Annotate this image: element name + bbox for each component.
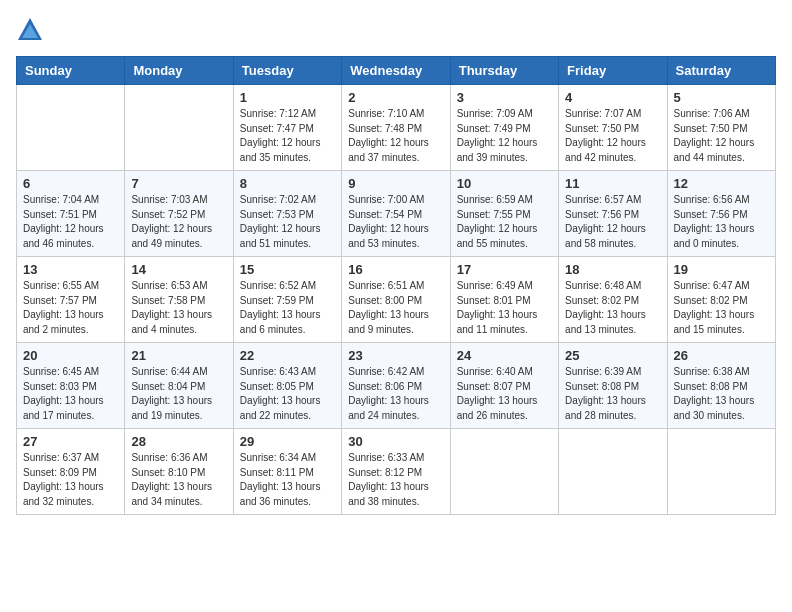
- day-info: Sunrise: 6:55 AM Sunset: 7:57 PM Dayligh…: [23, 280, 104, 335]
- calendar-header-row: SundayMondayTuesdayWednesdayThursdayFrid…: [17, 57, 776, 85]
- day-info: Sunrise: 7:02 AM Sunset: 7:53 PM Dayligh…: [240, 194, 321, 249]
- day-number: 23: [348, 348, 443, 363]
- day-info: Sunrise: 6:34 AM Sunset: 8:11 PM Dayligh…: [240, 452, 321, 507]
- page-header: [16, 16, 776, 44]
- logo: [16, 16, 48, 44]
- day-info: Sunrise: 6:42 AM Sunset: 8:06 PM Dayligh…: [348, 366, 429, 421]
- day-info: Sunrise: 6:36 AM Sunset: 8:10 PM Dayligh…: [131, 452, 212, 507]
- day-info: Sunrise: 7:04 AM Sunset: 7:51 PM Dayligh…: [23, 194, 104, 249]
- calendar-week-5: 27Sunrise: 6:37 AM Sunset: 8:09 PM Dayli…: [17, 429, 776, 515]
- day-number: 14: [131, 262, 226, 277]
- calendar-day-3: 3Sunrise: 7:09 AM Sunset: 7:49 PM Daylig…: [450, 85, 558, 171]
- day-info: Sunrise: 6:56 AM Sunset: 7:56 PM Dayligh…: [674, 194, 755, 249]
- day-number: 16: [348, 262, 443, 277]
- day-number: 1: [240, 90, 335, 105]
- calendar-week-2: 6Sunrise: 7:04 AM Sunset: 7:51 PM Daylig…: [17, 171, 776, 257]
- empty-cell: [450, 429, 558, 515]
- calendar-day-18: 18Sunrise: 6:48 AM Sunset: 8:02 PM Dayli…: [559, 257, 667, 343]
- empty-cell: [559, 429, 667, 515]
- day-header-tuesday: Tuesday: [233, 57, 341, 85]
- day-number: 2: [348, 90, 443, 105]
- calendar-day-30: 30Sunrise: 6:33 AM Sunset: 8:12 PM Dayli…: [342, 429, 450, 515]
- calendar-day-26: 26Sunrise: 6:38 AM Sunset: 8:08 PM Dayli…: [667, 343, 775, 429]
- empty-cell: [125, 85, 233, 171]
- day-info: Sunrise: 6:40 AM Sunset: 8:07 PM Dayligh…: [457, 366, 538, 421]
- day-info: Sunrise: 6:52 AM Sunset: 7:59 PM Dayligh…: [240, 280, 321, 335]
- day-info: Sunrise: 7:06 AM Sunset: 7:50 PM Dayligh…: [674, 108, 755, 163]
- day-number: 18: [565, 262, 660, 277]
- day-header-monday: Monday: [125, 57, 233, 85]
- calendar-day-1: 1Sunrise: 7:12 AM Sunset: 7:47 PM Daylig…: [233, 85, 341, 171]
- calendar-day-2: 2Sunrise: 7:10 AM Sunset: 7:48 PM Daylig…: [342, 85, 450, 171]
- day-number: 27: [23, 434, 118, 449]
- day-number: 25: [565, 348, 660, 363]
- day-info: Sunrise: 6:38 AM Sunset: 8:08 PM Dayligh…: [674, 366, 755, 421]
- day-info: Sunrise: 7:10 AM Sunset: 7:48 PM Dayligh…: [348, 108, 429, 163]
- day-number: 10: [457, 176, 552, 191]
- day-number: 7: [131, 176, 226, 191]
- logo-icon: [16, 16, 44, 44]
- day-number: 13: [23, 262, 118, 277]
- day-info: Sunrise: 6:45 AM Sunset: 8:03 PM Dayligh…: [23, 366, 104, 421]
- day-info: Sunrise: 6:43 AM Sunset: 8:05 PM Dayligh…: [240, 366, 321, 421]
- calendar-week-3: 13Sunrise: 6:55 AM Sunset: 7:57 PM Dayli…: [17, 257, 776, 343]
- day-number: 11: [565, 176, 660, 191]
- calendar-day-22: 22Sunrise: 6:43 AM Sunset: 8:05 PM Dayli…: [233, 343, 341, 429]
- calendar-day-15: 15Sunrise: 6:52 AM Sunset: 7:59 PM Dayli…: [233, 257, 341, 343]
- day-number: 30: [348, 434, 443, 449]
- day-number: 20: [23, 348, 118, 363]
- day-number: 29: [240, 434, 335, 449]
- day-number: 12: [674, 176, 769, 191]
- calendar-day-6: 6Sunrise: 7:04 AM Sunset: 7:51 PM Daylig…: [17, 171, 125, 257]
- empty-cell: [667, 429, 775, 515]
- calendar-week-1: 1Sunrise: 7:12 AM Sunset: 7:47 PM Daylig…: [17, 85, 776, 171]
- day-number: 8: [240, 176, 335, 191]
- day-info: Sunrise: 6:51 AM Sunset: 8:00 PM Dayligh…: [348, 280, 429, 335]
- calendar-day-4: 4Sunrise: 7:07 AM Sunset: 7:50 PM Daylig…: [559, 85, 667, 171]
- day-header-sunday: Sunday: [17, 57, 125, 85]
- calendar-day-28: 28Sunrise: 6:36 AM Sunset: 8:10 PM Dayli…: [125, 429, 233, 515]
- day-number: 24: [457, 348, 552, 363]
- calendar-day-5: 5Sunrise: 7:06 AM Sunset: 7:50 PM Daylig…: [667, 85, 775, 171]
- day-info: Sunrise: 7:00 AM Sunset: 7:54 PM Dayligh…: [348, 194, 429, 249]
- calendar-day-12: 12Sunrise: 6:56 AM Sunset: 7:56 PM Dayli…: [667, 171, 775, 257]
- calendar-day-7: 7Sunrise: 7:03 AM Sunset: 7:52 PM Daylig…: [125, 171, 233, 257]
- day-info: Sunrise: 6:49 AM Sunset: 8:01 PM Dayligh…: [457, 280, 538, 335]
- day-info: Sunrise: 6:59 AM Sunset: 7:55 PM Dayligh…: [457, 194, 538, 249]
- day-info: Sunrise: 6:39 AM Sunset: 8:08 PM Dayligh…: [565, 366, 646, 421]
- day-info: Sunrise: 6:37 AM Sunset: 8:09 PM Dayligh…: [23, 452, 104, 507]
- day-number: 9: [348, 176, 443, 191]
- day-number: 19: [674, 262, 769, 277]
- day-number: 21: [131, 348, 226, 363]
- day-number: 3: [457, 90, 552, 105]
- day-info: Sunrise: 7:07 AM Sunset: 7:50 PM Dayligh…: [565, 108, 646, 163]
- day-number: 22: [240, 348, 335, 363]
- day-number: 28: [131, 434, 226, 449]
- calendar-day-25: 25Sunrise: 6:39 AM Sunset: 8:08 PM Dayli…: [559, 343, 667, 429]
- calendar-day-19: 19Sunrise: 6:47 AM Sunset: 8:02 PM Dayli…: [667, 257, 775, 343]
- day-info: Sunrise: 7:12 AM Sunset: 7:47 PM Dayligh…: [240, 108, 321, 163]
- empty-cell: [17, 85, 125, 171]
- day-number: 5: [674, 90, 769, 105]
- day-header-thursday: Thursday: [450, 57, 558, 85]
- calendar-day-20: 20Sunrise: 6:45 AM Sunset: 8:03 PM Dayli…: [17, 343, 125, 429]
- calendar-day-23: 23Sunrise: 6:42 AM Sunset: 8:06 PM Dayli…: [342, 343, 450, 429]
- calendar-day-17: 17Sunrise: 6:49 AM Sunset: 8:01 PM Dayli…: [450, 257, 558, 343]
- day-info: Sunrise: 6:57 AM Sunset: 7:56 PM Dayligh…: [565, 194, 646, 249]
- calendar-day-11: 11Sunrise: 6:57 AM Sunset: 7:56 PM Dayli…: [559, 171, 667, 257]
- calendar-day-21: 21Sunrise: 6:44 AM Sunset: 8:04 PM Dayli…: [125, 343, 233, 429]
- day-header-friday: Friday: [559, 57, 667, 85]
- day-header-saturday: Saturday: [667, 57, 775, 85]
- day-info: Sunrise: 6:44 AM Sunset: 8:04 PM Dayligh…: [131, 366, 212, 421]
- day-number: 4: [565, 90, 660, 105]
- day-header-wednesday: Wednesday: [342, 57, 450, 85]
- day-number: 26: [674, 348, 769, 363]
- calendar-week-4: 20Sunrise: 6:45 AM Sunset: 8:03 PM Dayli…: [17, 343, 776, 429]
- day-number: 17: [457, 262, 552, 277]
- calendar-day-10: 10Sunrise: 6:59 AM Sunset: 7:55 PM Dayli…: [450, 171, 558, 257]
- day-info: Sunrise: 6:53 AM Sunset: 7:58 PM Dayligh…: [131, 280, 212, 335]
- calendar-day-9: 9Sunrise: 7:00 AM Sunset: 7:54 PM Daylig…: [342, 171, 450, 257]
- day-info: Sunrise: 6:48 AM Sunset: 8:02 PM Dayligh…: [565, 280, 646, 335]
- day-info: Sunrise: 7:03 AM Sunset: 7:52 PM Dayligh…: [131, 194, 212, 249]
- day-info: Sunrise: 6:33 AM Sunset: 8:12 PM Dayligh…: [348, 452, 429, 507]
